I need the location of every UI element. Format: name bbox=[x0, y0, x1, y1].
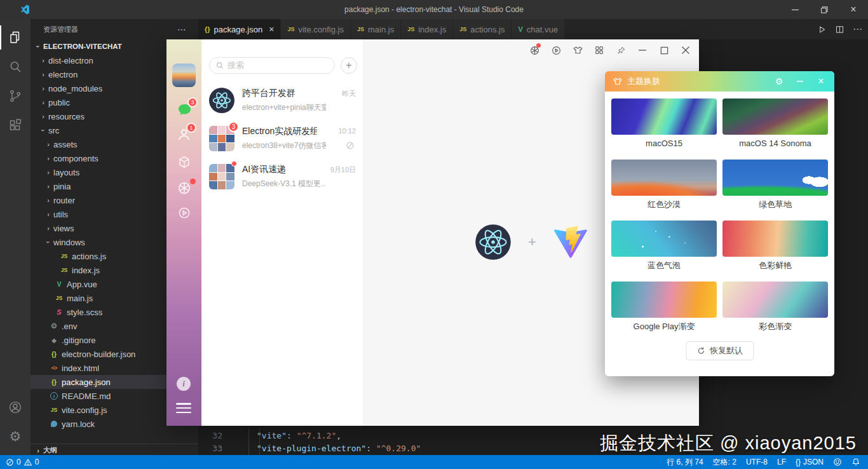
line-number: 33 bbox=[198, 444, 222, 456]
theme-thumbnail[interactable] bbox=[722, 221, 828, 257]
cursor-position[interactable]: 行 6, 列 74 bbox=[667, 457, 703, 468]
tab-label: actions.js bbox=[470, 25, 505, 34]
theme-option-google-play-[interactable]: Google Play渐变 bbox=[611, 282, 717, 334]
screen: 32 "vite": "^7.1.2", 33 "vite-plugin-ele… bbox=[0, 0, 868, 469]
tab-label: vite.config.js bbox=[298, 25, 344, 34]
search-icon[interactable] bbox=[0, 52, 31, 81]
chat-minimize-icon[interactable] bbox=[637, 44, 648, 56]
conversation-item[interactable]: 3Electron实战研发组electron38+vite7仿微信客...10:… bbox=[201, 119, 363, 158]
theme-option-macos15[interactable]: macOS15 bbox=[611, 99, 717, 151]
tab-close-icon[interactable]: × bbox=[269, 24, 274, 34]
explorer-more-icon[interactable]: ⋯ bbox=[177, 24, 187, 34]
tree-item-label: resources bbox=[48, 112, 85, 121]
theme-option-macos-14-sonoma[interactable]: macOS 14 Sonoma bbox=[722, 99, 828, 151]
theme-label: 绿色草地 bbox=[722, 197, 828, 212]
eol[interactable]: LF bbox=[777, 458, 786, 466]
language-mode[interactable]: {}JSON bbox=[796, 458, 824, 466]
menu-hamburger-icon[interactable] bbox=[176, 403, 191, 416]
notifications-bell-icon[interactable] bbox=[851, 458, 860, 466]
source-control-icon[interactable] bbox=[0, 81, 31, 111]
extensions-icon[interactable] bbox=[0, 111, 31, 140]
restore-button[interactable] bbox=[810, 0, 839, 19]
close-button[interactable]: × bbox=[839, 0, 868, 19]
tree-item-label: views bbox=[53, 224, 74, 233]
theme-settings-icon[interactable]: ⚙ bbox=[773, 76, 785, 87]
info-icon[interactable]: i bbox=[177, 377, 191, 391]
tab-package-json[interactable]: {}package.json× bbox=[198, 19, 281, 39]
tab-main-js[interactable]: JSmain.js bbox=[351, 19, 401, 39]
skin-wheel-icon[interactable] bbox=[529, 44, 540, 56]
theme-label: macOS15 bbox=[611, 136, 717, 151]
plus-sign: + bbox=[528, 234, 536, 250]
vscode-title-bar: package.json - electron-vitechat - Visua… bbox=[0, 0, 868, 19]
chat-close-icon[interactable] bbox=[680, 44, 691, 56]
tab-chat-vue[interactable]: Vchat.vue bbox=[512, 19, 565, 39]
split-editor-icon[interactable] bbox=[835, 25, 844, 34]
tree-item-label: src bbox=[48, 126, 59, 135]
error-icon bbox=[6, 458, 14, 466]
minimize-button[interactable] bbox=[780, 0, 810, 19]
reset-default-button[interactable]: 恢复默认 bbox=[686, 341, 754, 360]
theme-thumbnail[interactable] bbox=[722, 282, 828, 318]
tree-item-label: vite.config.js bbox=[62, 405, 107, 415]
theme-option--[interactable]: 色彩鲜艳 bbox=[722, 221, 828, 273]
play-circle-icon[interactable] bbox=[550, 44, 562, 56]
indentation[interactable]: 空格: 2 bbox=[713, 457, 736, 468]
media-play-icon[interactable] bbox=[177, 206, 191, 220]
conversation-list: 搜索 + 跨平台开发群electron+vite+pinia聊天室昨天3Elec… bbox=[201, 39, 363, 426]
search-input[interactable]: 搜索 bbox=[209, 57, 335, 74]
theme-minimize-icon[interactable] bbox=[794, 76, 806, 87]
tree-item-label: index.html bbox=[62, 364, 99, 373]
theme-option--[interactable]: 绿色草地 bbox=[722, 160, 828, 212]
theme-thumbnail[interactable] bbox=[722, 160, 828, 196]
js-file-icon: JS bbox=[407, 26, 414, 32]
conversation-avatar bbox=[209, 88, 234, 113]
tab-actions-js[interactable]: JSactions.js bbox=[453, 19, 512, 39]
account-icon[interactable] bbox=[0, 393, 31, 422]
add-button[interactable]: + bbox=[341, 57, 357, 74]
problems-status[interactable]: 0 0 bbox=[6, 458, 39, 466]
tab-index-js[interactable]: JSindex.js bbox=[401, 19, 453, 39]
theme-close-icon[interactable]: × bbox=[815, 76, 827, 87]
chat-maximize-icon[interactable] bbox=[658, 44, 670, 56]
outline-section[interactable]: › 大纲 bbox=[31, 444, 198, 456]
gear-file-icon: ⚙ bbox=[48, 322, 60, 330]
theme-wheel-icon[interactable] bbox=[177, 180, 192, 196]
electron-logo bbox=[475, 224, 512, 261]
tab-vite-config-js[interactable]: JSvite.config.js bbox=[281, 19, 351, 39]
vue-file-icon: V bbox=[518, 25, 522, 33]
js-file-icon: JS bbox=[287, 26, 294, 32]
tree-item-label: node_modules bbox=[48, 84, 102, 93]
run-icon[interactable] bbox=[817, 25, 827, 34]
tree-item-label: layouts bbox=[53, 168, 79, 177]
chat-nav-rail: 3 1 i bbox=[166, 39, 201, 426]
tshirt-theme-icon[interactable] bbox=[572, 44, 583, 56]
theme-option--[interactable]: 彩色渐变 bbox=[722, 282, 828, 334]
window-title: package.json - electron-vitechat - Visua… bbox=[0, 5, 868, 14]
conversation-item[interactable]: 跨平台开发群electron+vite+pinia聊天室昨天 bbox=[201, 81, 363, 119]
theme-option--[interactable]: 红色沙漠 bbox=[611, 160, 717, 212]
theme-thumbnail[interactable] bbox=[722, 99, 828, 135]
conversation-time: 昨天 bbox=[342, 89, 356, 99]
user-avatar[interactable] bbox=[172, 64, 196, 87]
theme-option--[interactable]: 蓝色气泡 bbox=[611, 221, 717, 273]
explorer-icon[interactable] bbox=[0, 23, 31, 52]
grid-apps-icon[interactable] bbox=[593, 44, 605, 56]
contacts-badge: 1 bbox=[186, 123, 196, 133]
theme-thumbnail[interactable] bbox=[611, 221, 717, 257]
theme-thumbnail[interactable] bbox=[611, 282, 717, 318]
theme-panel-header: 主题换肤 ⚙ × bbox=[605, 71, 834, 92]
settings-gear-icon[interactable]: ⚙ bbox=[0, 422, 31, 451]
conversation-item[interactable]: AI资讯速递DeepSeek-V3.1 模型更...9月10日 bbox=[201, 158, 363, 196]
conversation-preview: electron+vite+pinia聊天室 bbox=[242, 102, 326, 113]
pin-icon[interactable] bbox=[615, 44, 627, 56]
more-actions-icon[interactable]: ⋯ bbox=[853, 24, 863, 35]
feedback-icon[interactable] bbox=[833, 458, 842, 466]
theme-thumbnail[interactable] bbox=[611, 99, 717, 135]
encoding[interactable]: UTF-8 bbox=[746, 458, 768, 466]
apps-cube-icon[interactable] bbox=[177, 155, 191, 169]
theme-thumbnail[interactable] bbox=[611, 160, 717, 196]
tshirt-icon bbox=[613, 77, 623, 86]
tab-label: main.js bbox=[368, 25, 394, 34]
conversation-avatar bbox=[209, 164, 234, 189]
